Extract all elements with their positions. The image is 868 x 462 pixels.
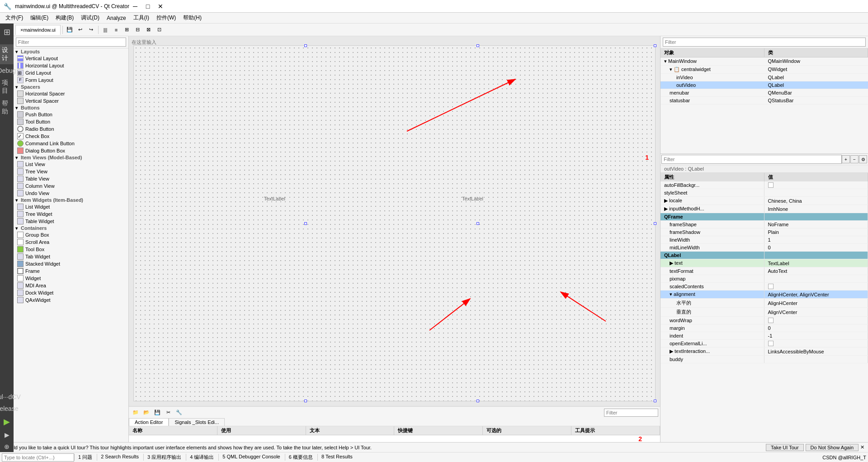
toolbar-align1[interactable]: ||| (100, 25, 110, 35)
openexternal-checkbox[interactable] (768, 341, 774, 346)
sidebar-project[interactable]: 项目 (0, 77, 14, 97)
sidebar-design[interactable]: 设计 (0, 44, 14, 64)
canvas-tool-2[interactable]: 📂 (142, 408, 151, 418)
filter-input[interactable] (16, 38, 126, 47)
canvas-workspace[interactable]: TextLabel TextLabel (133, 45, 656, 401)
menu-build[interactable]: 构建(B) (52, 13, 77, 23)
prop-vertical[interactable]: 垂直的 AlignVCenter (660, 308, 868, 317)
prop-wordwrap[interactable]: wordWrap (660, 317, 868, 324)
tree-undo-view[interactable]: Undo View (14, 190, 128, 197)
canvas-label-1[interactable]: TextLabel (264, 195, 285, 202)
autofill-checkbox[interactable] (768, 182, 774, 188)
prop-inputmethod[interactable]: ▶ inputMethodH... ImhNone (660, 205, 868, 213)
toolbar-undo[interactable]: ↩ (75, 25, 85, 35)
action-filter-input[interactable] (604, 409, 658, 417)
props-add-button[interactable]: + (842, 155, 850, 163)
tree-vertical-layout[interactable]: Vertical Layout (14, 55, 128, 62)
obj-row-menubar[interactable]: menubar QMenuBar (660, 89, 868, 97)
tree-tree-widget[interactable]: Tree Widget (14, 210, 128, 218)
obj-row-centralwidget[interactable]: ▾ 📋 centralwidget QWidget (660, 66, 868, 74)
canvas-tool-4[interactable]: ✂ (163, 408, 173, 418)
menu-help[interactable]: 帮助(H) (179, 13, 205, 23)
sidebar-help[interactable]: 帮助 (0, 98, 14, 118)
menu-analyze[interactable]: Analyze (103, 14, 130, 22)
prop-frameshadow[interactable]: frameShadow Plain (660, 229, 868, 236)
handle-mid-left[interactable] (304, 222, 307, 225)
menu-tools[interactable]: 工具(I) (130, 13, 153, 23)
scaledcontents-checkbox[interactable] (768, 284, 774, 289)
menu-debug[interactable]: 调试(D) (77, 13, 103, 23)
prop-stylesheet[interactable]: styleSheet (660, 189, 868, 197)
canvas-label-2[interactable]: TextLabel (462, 195, 483, 202)
handle-bot-right[interactable] (654, 400, 656, 402)
handle-mid-right[interactable] (654, 222, 656, 225)
handle-top-right[interactable] (654, 44, 656, 47)
tree-qaxwidget[interactable]: QAxWidget (14, 296, 128, 304)
section-item-views[interactable]: ▾ Item Views (Model-Based) (14, 154, 128, 161)
prop-frameshape[interactable]: frameShape NoFrame (660, 221, 868, 229)
sidebar-multithreadedcv[interactable]: Mul···dCV (0, 391, 23, 402)
tab-signals-slots[interactable]: Signals _Slots Edi... (169, 418, 225, 426)
toolbar-align2[interactable]: ≡ (111, 25, 121, 35)
prop-alignment[interactable]: ▾ alignment AlignHCenter, AlignVCenter (660, 291, 868, 299)
prop-pixmap[interactable]: pixmap (660, 275, 868, 283)
status-qml[interactable]: 5 QML Debugger Console (218, 454, 283, 461)
props-settings-button[interactable]: ⚙ (859, 155, 867, 163)
tree-radio-button[interactable]: Radio Button (14, 125, 128, 133)
obj-row-statusbar[interactable]: statusbar QStatusBar (660, 97, 868, 105)
tree-horizontal-spacer[interactable]: Horizontal Spacer (14, 90, 128, 97)
tree-check-box[interactable]: ✓ Check Box (14, 133, 128, 140)
tree-tab-widget[interactable]: Tab Widget (14, 253, 128, 260)
toolbar-align5[interactable]: ⊠ (144, 25, 154, 35)
tab-action-editor[interactable]: Action Editor (129, 418, 169, 426)
tree-frame[interactable]: Frame (14, 267, 128, 275)
toolbar-align6[interactable]: ⊡ (155, 25, 165, 35)
obj-row-invideo[interactable]: inVideo QLabel (660, 74, 868, 81)
tree-push-button[interactable]: Push Button (14, 111, 128, 118)
prop-midlinewidth[interactable]: midLineWidth 0 (660, 244, 868, 252)
tree-stacked-widget[interactable]: Stacked Widget (14, 260, 128, 267)
status-compile[interactable]: 4 编译输出 (186, 454, 217, 461)
props-minus-button[interactable]: − (850, 155, 859, 163)
toolbar-redo[interactable]: ↪ (86, 25, 96, 35)
tree-tool-button[interactable]: Tool Button (14, 118, 128, 125)
sidebar-run[interactable]: ▶ (2, 415, 12, 429)
handle-bot-left[interactable] (304, 400, 307, 402)
tree-dialog-button[interactable]: Dialog Button Box (14, 147, 128, 154)
canvas-tool-1[interactable]: 📁 (131, 408, 141, 418)
tree-widget[interactable]: Widget (14, 275, 128, 282)
sidebar-debug[interactable]: Debug (0, 65, 18, 76)
prop-locale[interactable]: ▶ locale Chinese, China (660, 197, 868, 205)
tour-close-button[interactable]: ✕ (860, 444, 864, 450)
prop-textformat[interactable]: textFormat AutoText (660, 267, 868, 275)
tree-grid-layout[interactable]: ⊞ Grid Layout (14, 69, 128, 76)
prop-buddy[interactable]: buddy (660, 356, 868, 363)
sidebar-release[interactable]: Release (0, 403, 20, 414)
sidebar-welcome[interactable]: ⊞ (2, 25, 12, 39)
prop-openexternal[interactable]: openExternalLi... (660, 340, 868, 348)
tree-list-widget[interactable]: List Widget (14, 203, 128, 210)
toolbar-align3[interactable]: ⊞ (122, 25, 132, 35)
section-spacers[interactable]: ▾ Spacers (14, 84, 128, 90)
status-tests[interactable]: 8 Test Results (317, 454, 356, 461)
status-app-output[interactable]: 3 应用程序输出 (143, 454, 185, 461)
tree-command-link[interactable]: Command Link Button (14, 140, 128, 147)
canvas-container[interactable]: 在这里输入 TextLabel TextLabel (129, 36, 660, 406)
status-problems[interactable]: 1 问题 (74, 454, 96, 461)
prop-horizontal[interactable]: 水平的 AlignHCenter (660, 299, 868, 308)
tree-tool-box[interactable]: Tool Box (14, 246, 128, 253)
tree-tree-view[interactable]: Tree View (14, 168, 128, 175)
status-search[interactable]: 2 Search Results (97, 454, 142, 461)
toolbar-save[interactable]: 💾 (65, 25, 75, 35)
sidebar-edit[interactable]: 欢迎 (2, 40, 12, 43)
close-button[interactable]: ✕ (155, 2, 166, 11)
handle-mid-middle[interactable] (476, 222, 479, 225)
section-layouts[interactable]: ▾ Layouts (14, 48, 128, 55)
obj-row-mainwindow[interactable]: ▾ MainWindow QMainWindow (660, 57, 868, 66)
tree-form-layout[interactable]: F Form Layout (14, 76, 128, 84)
prop-margin[interactable]: margin 0 (660, 324, 868, 332)
maximize-button[interactable]: □ (142, 2, 154, 11)
prop-scaledcontents[interactable]: scaledContents (660, 283, 868, 291)
canvas-tool-5[interactable]: 🔧 (174, 408, 184, 418)
tree-scroll-area[interactable]: Scroll Area (14, 238, 128, 246)
